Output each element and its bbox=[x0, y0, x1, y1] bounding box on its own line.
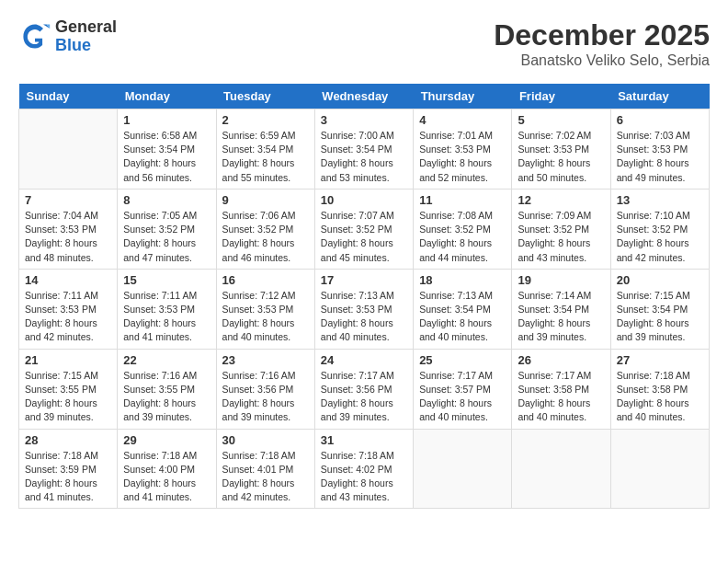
day-number: 1 bbox=[123, 113, 210, 127]
daylight-text: Daylight: 8 hours and 56 minutes. bbox=[123, 156, 210, 184]
daylight-text: Daylight: 8 hours and 39 minutes. bbox=[321, 396, 407, 424]
sunrise-text: Sunrise: 7:18 AM bbox=[617, 369, 703, 383]
calendar-header-row: SundayMondayTuesdayWednesdayThursdayFrid… bbox=[19, 84, 710, 109]
cell-content: Sunrise: 6:58 AMSunset: 3:54 PMDaylight:… bbox=[123, 129, 210, 185]
daylight-text: Daylight: 8 hours and 40 minutes. bbox=[419, 316, 506, 344]
cell-content: Sunrise: 7:00 AMSunset: 3:54 PMDaylight:… bbox=[321, 129, 407, 185]
sunrise-text: Sunrise: 7:13 AM bbox=[321, 289, 407, 303]
sunset-text: Sunset: 3:52 PM bbox=[222, 223, 309, 236]
sunrise-text: Sunrise: 7:03 AM bbox=[617, 129, 703, 143]
sunrise-text: Sunrise: 7:01 AM bbox=[419, 129, 506, 143]
calendar-cell: 6Sunrise: 7:03 AMSunset: 3:53 PMDaylight… bbox=[610, 109, 709, 190]
daylight-text: Daylight: 8 hours and 43 minutes. bbox=[518, 236, 604, 264]
sunrise-text: Sunrise: 7:05 AM bbox=[123, 209, 210, 223]
day-of-week-header: Sunday bbox=[19, 84, 118, 109]
day-number: 20 bbox=[617, 273, 703, 287]
daylight-text: Daylight: 8 hours and 45 minutes. bbox=[321, 236, 407, 264]
logo-text: General Blue bbox=[55, 18, 117, 55]
calendar-cell: 20Sunrise: 7:15 AMSunset: 3:54 PMDayligh… bbox=[610, 269, 709, 349]
day-number: 16 bbox=[222, 273, 309, 287]
day-of-week-header: Thursday bbox=[414, 84, 512, 109]
day-number: 3 bbox=[321, 113, 407, 127]
daylight-text: Daylight: 8 hours and 44 minutes. bbox=[419, 236, 506, 264]
calendar-cell bbox=[512, 429, 610, 509]
sunrise-text: Sunrise: 7:16 AM bbox=[222, 369, 309, 383]
sunrise-text: Sunrise: 6:58 AM bbox=[123, 129, 210, 143]
day-number: 19 bbox=[518, 273, 604, 287]
calendar-cell: 3Sunrise: 7:00 AMSunset: 3:54 PMDaylight… bbox=[314, 109, 413, 190]
title-section: December 2025 Banatsko Veliko Selo, Serb… bbox=[494, 18, 710, 69]
cell-content: Sunrise: 7:18 AMSunset: 4:02 PMDaylight:… bbox=[321, 449, 407, 505]
sunrise-text: Sunrise: 7:07 AM bbox=[321, 209, 407, 223]
sunset-text: Sunset: 3:52 PM bbox=[518, 223, 604, 236]
sunset-text: Sunset: 3:52 PM bbox=[123, 223, 210, 236]
cell-content: Sunrise: 7:13 AMSunset: 3:54 PMDaylight:… bbox=[419, 289, 506, 345]
cell-content: Sunrise: 7:11 AMSunset: 3:53 PMDaylight:… bbox=[25, 289, 111, 345]
sunrise-text: Sunrise: 7:18 AM bbox=[321, 449, 407, 463]
daylight-text: Daylight: 8 hours and 40 minutes. bbox=[321, 316, 407, 344]
daylight-text: Daylight: 8 hours and 55 minutes. bbox=[222, 156, 309, 184]
sunset-text: Sunset: 3:53 PM bbox=[25, 223, 111, 236]
calendar-week-row: 7Sunrise: 7:04 AMSunset: 3:53 PMDaylight… bbox=[19, 189, 710, 269]
calendar-cell: 27Sunrise: 7:18 AMSunset: 3:58 PMDayligh… bbox=[610, 349, 709, 429]
sunset-text: Sunset: 3:53 PM bbox=[25, 303, 111, 316]
daylight-text: Daylight: 8 hours and 39 minutes. bbox=[518, 316, 604, 344]
cell-content: Sunrise: 7:07 AMSunset: 3:52 PMDaylight:… bbox=[321, 209, 407, 265]
daylight-text: Daylight: 8 hours and 49 minutes. bbox=[617, 156, 703, 184]
sunset-text: Sunset: 3:53 PM bbox=[518, 143, 604, 156]
logo: General Blue bbox=[18, 18, 117, 55]
sunrise-text: Sunrise: 7:11 AM bbox=[123, 289, 210, 303]
cell-content: Sunrise: 7:17 AMSunset: 3:57 PMDaylight:… bbox=[419, 369, 506, 425]
calendar-cell: 17Sunrise: 7:13 AMSunset: 3:53 PMDayligh… bbox=[314, 269, 413, 349]
calendar-table: SundayMondayTuesdayWednesdayThursdayFrid… bbox=[18, 84, 710, 509]
calendar-cell: 12Sunrise: 7:09 AMSunset: 3:52 PMDayligh… bbox=[512, 189, 610, 269]
daylight-text: Daylight: 8 hours and 42 minutes. bbox=[25, 316, 111, 344]
daylight-text: Daylight: 8 hours and 40 minutes. bbox=[222, 316, 309, 344]
calendar-cell: 29Sunrise: 7:18 AMSunset: 4:00 PMDayligh… bbox=[118, 429, 216, 509]
sunset-text: Sunset: 4:02 PM bbox=[321, 463, 407, 477]
day-number: 23 bbox=[222, 353, 309, 367]
day-number: 6 bbox=[617, 113, 703, 127]
daylight-text: Daylight: 8 hours and 41 minutes. bbox=[25, 477, 111, 504]
day-number: 26 bbox=[518, 353, 604, 367]
calendar-cell: 13Sunrise: 7:10 AMSunset: 3:52 PMDayligh… bbox=[610, 189, 709, 269]
day-number: 28 bbox=[25, 433, 111, 447]
sunset-text: Sunset: 3:53 PM bbox=[419, 143, 506, 156]
calendar-cell: 11Sunrise: 7:08 AMSunset: 3:52 PMDayligh… bbox=[414, 189, 512, 269]
daylight-text: Daylight: 8 hours and 39 minutes. bbox=[123, 396, 210, 424]
sunset-text: Sunset: 3:59 PM bbox=[25, 463, 111, 477]
cell-content: Sunrise: 7:18 AMSunset: 3:59 PMDaylight:… bbox=[25, 449, 111, 505]
sunrise-text: Sunrise: 7:17 AM bbox=[321, 369, 407, 383]
cell-content: Sunrise: 7:15 AMSunset: 3:54 PMDaylight:… bbox=[617, 289, 703, 345]
cell-content: Sunrise: 7:02 AMSunset: 3:53 PMDaylight:… bbox=[518, 129, 604, 185]
calendar-cell: 4Sunrise: 7:01 AMSunset: 3:53 PMDaylight… bbox=[414, 109, 512, 190]
daylight-text: Daylight: 8 hours and 42 minutes. bbox=[222, 477, 309, 504]
calendar-week-row: 21Sunrise: 7:15 AMSunset: 3:55 PMDayligh… bbox=[19, 349, 710, 429]
day-number: 25 bbox=[419, 353, 506, 367]
calendar-cell: 25Sunrise: 7:17 AMSunset: 3:57 PMDayligh… bbox=[414, 349, 512, 429]
sunset-text: Sunset: 3:55 PM bbox=[25, 383, 111, 396]
day-number: 9 bbox=[222, 193, 309, 207]
sunset-text: Sunset: 3:54 PM bbox=[123, 143, 210, 156]
cell-content: Sunrise: 7:06 AMSunset: 3:52 PMDaylight:… bbox=[222, 209, 309, 265]
day-number: 24 bbox=[321, 353, 407, 367]
sunset-text: Sunset: 4:00 PM bbox=[123, 463, 210, 477]
day-number: 31 bbox=[321, 433, 407, 447]
day-number: 8 bbox=[123, 193, 210, 207]
daylight-text: Daylight: 8 hours and 43 minutes. bbox=[321, 477, 407, 504]
daylight-text: Daylight: 8 hours and 53 minutes. bbox=[321, 156, 407, 184]
calendar-cell: 19Sunrise: 7:14 AMSunset: 3:54 PMDayligh… bbox=[512, 269, 610, 349]
cell-content: Sunrise: 7:12 AMSunset: 3:53 PMDaylight:… bbox=[222, 289, 309, 345]
cell-content: Sunrise: 7:09 AMSunset: 3:52 PMDaylight:… bbox=[518, 209, 604, 265]
sunrise-text: Sunrise: 7:08 AM bbox=[419, 209, 506, 223]
daylight-text: Daylight: 8 hours and 47 minutes. bbox=[123, 236, 210, 264]
calendar-cell: 14Sunrise: 7:11 AMSunset: 3:53 PMDayligh… bbox=[19, 269, 118, 349]
sunset-text: Sunset: 3:54 PM bbox=[617, 303, 703, 316]
sunset-text: Sunset: 3:53 PM bbox=[222, 303, 309, 316]
daylight-text: Daylight: 8 hours and 42 minutes. bbox=[617, 236, 703, 264]
sunrise-text: Sunrise: 7:17 AM bbox=[518, 369, 604, 383]
sunset-text: Sunset: 3:52 PM bbox=[617, 223, 703, 236]
logo-icon bbox=[18, 20, 51, 53]
sunset-text: Sunset: 3:56 PM bbox=[222, 383, 309, 396]
day-number: 4 bbox=[419, 113, 506, 127]
